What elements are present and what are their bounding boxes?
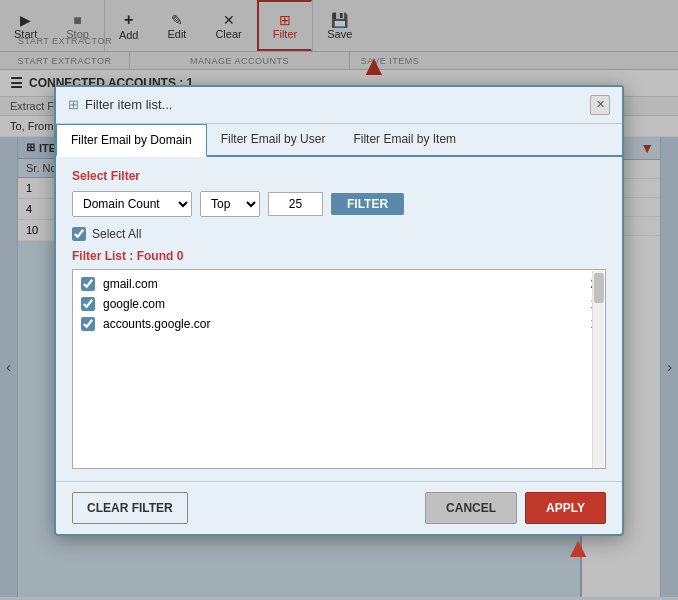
modal-header: ⊞ Filter item list... ✕ [56, 87, 622, 124]
list-item: google.com 1 [77, 294, 601, 314]
modal-close-button[interactable]: ✕ [590, 95, 610, 115]
item-checkbox-2[interactable] [81, 297, 95, 311]
modal-title-text: Filter item list... [85, 97, 172, 112]
filter-sort-dropdown[interactable]: Top Bottom [200, 191, 260, 217]
apply-button[interactable]: APPLY [525, 492, 606, 524]
modal-overlay: ⊞ Filter item list... ✕ Filter Email by … [0, 0, 678, 600]
filter-apply-button[interactable]: FILTER [331, 193, 404, 215]
select-all-label: Select All [92, 227, 141, 241]
filter-list-header: Filter List : Found 0 [72, 249, 606, 263]
filter-item-name: accounts.google.cor [103, 317, 559, 331]
filter-modal: ⊞ Filter item list... ✕ Filter Email by … [54, 85, 624, 536]
list-item: accounts.google.cor 1 [77, 314, 601, 334]
scrollbar[interactable] [592, 271, 604, 469]
select-all-checkbox[interactable] [72, 227, 86, 241]
filter-type-dropdown[interactable]: Domain Count Email Count Name [72, 191, 192, 217]
filter-item-name: gmail.com [103, 277, 559, 291]
modal-footer: CLEAR FILTER CANCEL APPLY [56, 481, 622, 534]
modal-body: Select Filter Domain Count Email Count N… [56, 157, 622, 481]
modal-title: ⊞ Filter item list... [68, 97, 172, 112]
cancel-button[interactable]: CANCEL [425, 492, 517, 524]
modal-tabs: Filter Email by Domain Filter Email by U… [56, 124, 622, 157]
filter-list-box[interactable]: gmail.com 2 google.com 1 accounts.google… [72, 269, 606, 469]
item-checkbox-1[interactable] [81, 277, 95, 291]
footer-right-buttons: CANCEL APPLY [425, 492, 606, 524]
tab-item[interactable]: Filter Email by Item [339, 124, 470, 155]
tab-domain[interactable]: Filter Email by Domain [56, 124, 207, 157]
scrollbar-thumb[interactable] [594, 273, 604, 303]
item-checkbox-3[interactable] [81, 317, 95, 331]
filter-controls-row: Domain Count Email Count Name Top Bottom… [72, 191, 606, 217]
tab-user[interactable]: Filter Email by User [207, 124, 340, 155]
filter-item-name: google.com [103, 297, 559, 311]
filter-number-input[interactable] [268, 192, 323, 216]
clear-filter-button[interactable]: CLEAR FILTER [72, 492, 188, 524]
select-all-row: Select All [72, 227, 606, 241]
list-item: gmail.com 2 [77, 274, 601, 294]
select-filter-label: Select Filter [72, 169, 606, 183]
filter-title-icon: ⊞ [68, 97, 79, 112]
close-icon: ✕ [596, 98, 605, 111]
bottom-arrow-indicator: ▲ [564, 532, 592, 564]
